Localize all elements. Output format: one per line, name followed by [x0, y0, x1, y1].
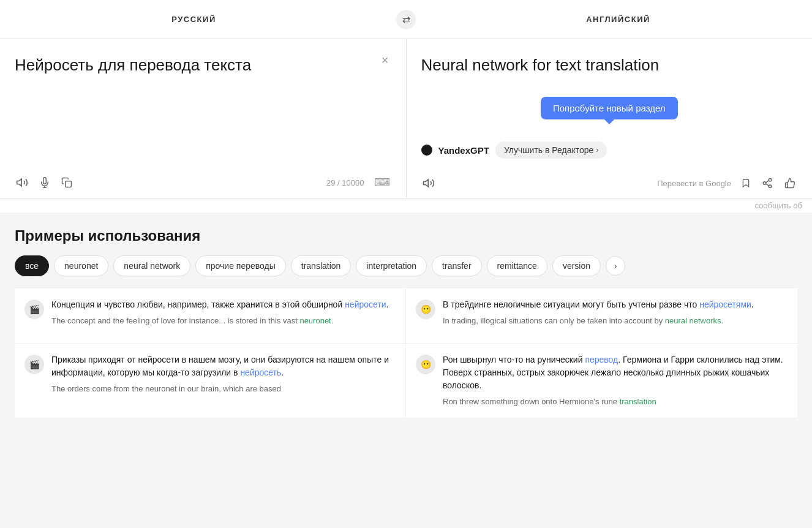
report-area: сообщить об — [0, 198, 812, 213]
svg-marker-4 — [423, 179, 428, 187]
example-source-text: Рон швырнул что-то на рунический перевод… — [443, 353, 788, 392]
example-card: 😶В трейдинге нелогичные ситуации могут б… — [406, 289, 797, 344]
copy-button[interactable] — [60, 176, 73, 189]
yandex-gpt-row: YandexGPT Улучшить в Редакторе › — [421, 141, 798, 159]
example-icon: 🎬 — [24, 355, 44, 374]
example-translation-text: The concept and the feeling of love for … — [51, 315, 396, 327]
filter-chip[interactable]: neural network — [113, 255, 190, 276]
filter-chip[interactable]: transfer — [432, 255, 481, 276]
filter-chip[interactable]: translation — [291, 255, 351, 276]
source-panel: × — [0, 39, 407, 198]
mic-button[interactable] — [38, 175, 51, 190]
example-translation-text: Ron threw something down onto Hermione's… — [443, 396, 788, 408]
filter-chip[interactable]: neuronet — [54, 255, 108, 276]
filter-chip[interactable]: прочие переводы — [195, 255, 286, 276]
example-translation-text: The orders come from the neuronet in our… — [51, 383, 396, 395]
source-text-input[interactable] — [15, 54, 391, 162]
share-button[interactable] — [761, 176, 774, 190]
examples-grid: 🎬Концепция и чувство любви, например, та… — [15, 289, 797, 418]
language-bar: РУССКИЙ ⇄ АНГЛИЙСКИЙ — [0, 0, 812, 39]
filter-chip[interactable]: все — [15, 255, 49, 276]
speaker-button[interactable] — [15, 175, 29, 190]
example-card: 🎬Концепция и чувство любви, например, та… — [15, 289, 406, 344]
char-count: 29 / 10000 — [326, 178, 364, 187]
keyboard-button[interactable]: ⌨ — [373, 175, 391, 190]
example-source-link[interactable]: нейросети — [345, 300, 386, 309]
examples-title: Примеры использования — [15, 227, 797, 244]
translation-panels: × — [0, 39, 812, 198]
source-panel-footer: 29 / 10000 ⌨ — [15, 170, 391, 190]
example-source-link[interactable]: нейросетями — [699, 300, 751, 309]
target-panel: Neural network for text translation Попр… — [407, 39, 813, 198]
example-source-link[interactable]: перевод — [585, 355, 618, 364]
try-new-section-button[interactable]: Попробуйте новый раздел — [541, 97, 678, 119]
svg-marker-0 — [17, 179, 22, 186]
svg-point-6 — [763, 182, 766, 185]
target-speaker-button[interactable] — [421, 176, 436, 190]
example-source-text: В трейдинге нелогичные ситуации могут бы… — [443, 298, 788, 311]
example-card: 🎬Приказы приходят от нейросети в нашем м… — [15, 344, 406, 418]
filter-chip[interactable]: remittance — [487, 255, 547, 276]
google-translate-link[interactable]: Перевести в Google — [657, 179, 731, 188]
target-language-button[interactable]: АНГЛИЙСКИЙ — [424, 2, 812, 36]
bookmark-button[interactable] — [740, 176, 752, 190]
filter-chip[interactable]: version — [552, 255, 601, 276]
filter-chip[interactable]: interpretation — [356, 255, 427, 276]
example-source-text: Концепция и чувство любви, например, так… — [51, 298, 396, 311]
svg-point-7 — [769, 185, 772, 188]
svg-rect-3 — [66, 181, 72, 187]
swap-icon: ⇄ — [396, 10, 416, 29]
improve-label: Улучшить в Редакторе — [504, 145, 593, 155]
example-card: 😶Рон швырнул что-то на рунический перево… — [406, 344, 797, 418]
svg-point-5 — [769, 179, 772, 182]
example-source-text: Приказы приходят от нейросети в нашем мо… — [51, 353, 396, 379]
example-translation-link[interactable]: translation — [620, 397, 656, 406]
report-text[interactable]: сообщить об — [754, 201, 802, 210]
clear-button[interactable]: × — [377, 51, 394, 69]
example-translation-link[interactable]: neural networks — [665, 316, 721, 325]
example-source-link[interactable]: нейросеть — [240, 368, 281, 377]
translated-text: Neural network for text translation — [421, 54, 798, 87]
yandex-gpt-label: YandexGPT — [438, 145, 489, 156]
examples-section: Примеры использования всеneuronetneural … — [0, 213, 812, 418]
example-translation-link[interactable]: neuronet — [299, 316, 331, 325]
yandex-gpt-icon — [421, 145, 432, 156]
svg-line-9 — [765, 181, 769, 183]
source-language-button[interactable]: РУССКИЙ — [0, 2, 388, 36]
chips-row: всеneuronetneural networkпрочие переводы… — [15, 255, 797, 276]
example-icon: 🎬 — [24, 300, 44, 319]
svg-line-8 — [765, 184, 769, 186]
like-button[interactable] — [783, 176, 797, 190]
example-icon: 😶 — [416, 355, 435, 374]
tooltip-area: Попробуйте новый раздел — [421, 87, 798, 129]
chips-next-button[interactable]: › — [606, 256, 625, 276]
example-translation-text: In trading, illogical situations can onl… — [443, 315, 788, 327]
swap-languages-button[interactable]: ⇄ — [388, 10, 424, 29]
improve-in-editor-button[interactable]: Улучшить в Редакторе › — [495, 141, 607, 159]
example-icon: 😶 — [416, 300, 435, 319]
target-panel-footer: Перевести в Google — [421, 171, 798, 190]
chevron-right-icon: › — [596, 146, 598, 154]
